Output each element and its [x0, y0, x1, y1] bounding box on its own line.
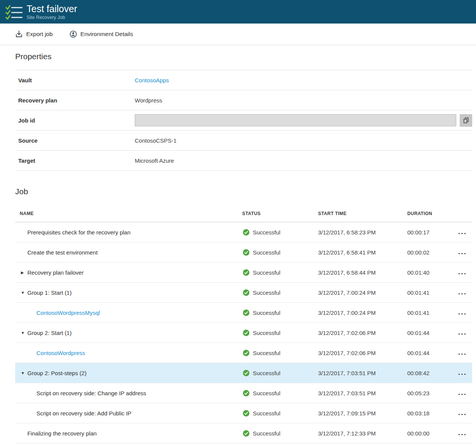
row-menu-button[interactable]: ...: [458, 390, 467, 395]
duration: 00:00:00: [407, 430, 452, 437]
start-time: 3/12/2017, 7:00:24 PM: [318, 289, 407, 296]
status-label: Successful: [253, 350, 281, 356]
row-menu-button[interactable]: ...: [458, 290, 467, 294]
copy-button[interactable]: [460, 114, 472, 127]
row-menu-button[interactable]: ...: [458, 350, 467, 355]
job-row-name-cell: ▶ Recovery plan failover: [15, 269, 242, 276]
success-status-icon: [243, 249, 249, 256]
environment-details-icon: [69, 30, 77, 38]
property-row: Source ContosoCSPS-1: [15, 130, 472, 150]
property-text: Microsoft Azure: [135, 157, 174, 164]
property-row: Target Microsoft Azure: [15, 150, 472, 170]
job-row-actions-cell: ...: [452, 269, 472, 276]
job-row-actions-cell: ...: [452, 329, 472, 336]
expander-icon[interactable]: ▼: [21, 371, 27, 375]
expander-icon[interactable]: ▶: [21, 270, 27, 275]
expander-icon[interactable]: ▼: [21, 291, 27, 295]
property-text: ContosoCSPS-1: [135, 137, 177, 144]
start-time: 3/12/2017, 7:02:06 PM: [318, 350, 407, 356]
row-menu-button[interactable]: ...: [458, 431, 467, 435]
job-step-name: Script on recovery side: Add Public IP: [36, 410, 131, 417]
duration: 00:00:02: [407, 249, 452, 256]
job-row[interactable]: Create the test environment Successful 3…: [15, 242, 472, 263]
environment-details-button[interactable]: Environment Details: [69, 30, 133, 38]
start-time: 3/12/2017, 7:03:51 PM: [318, 390, 407, 396]
job-row[interactable]: ▶ Recovery plan failover Successful 3/12…: [15, 263, 472, 283]
blade-content: Properties Vault ContosoApps Recovery pl…: [0, 52, 476, 443]
success-status-icon: [243, 370, 249, 376]
job-row-status-cell: Successful: [242, 330, 318, 336]
duration: 00:03:18: [407, 410, 452, 417]
duration: 00:00:17: [407, 229, 452, 236]
job-step-name: Create the test environment: [27, 249, 98, 256]
job-row-status-cell: Successful: [242, 269, 318, 276]
job-row[interactable]: Script on recovery side: Add Public IP S…: [15, 403, 472, 423]
property-text: Wordpress: [135, 97, 162, 104]
start-time: 3/12/2017, 6:58:23 PM: [318, 229, 407, 236]
row-menu-button[interactable]: ...: [458, 330, 467, 335]
job-row-name-cell: Finalizing the recovery plan: [15, 430, 242, 437]
job-step-name[interactable]: ContosoWordpressMysql: [36, 310, 100, 316]
job-row[interactable]: ▼ Group 2: Post-steps (2) Successful 3/1…: [15, 363, 472, 383]
job-row-actions-cell: ...: [452, 309, 472, 316]
job-row-status-cell: Successful: [242, 289, 318, 296]
job-row-name-cell: ContosoWordpress: [15, 350, 242, 356]
job-row-status-cell: Successful: [242, 430, 318, 437]
job-row[interactable]: ▼ Group 1: Start (1) Successful 3/12/201…: [15, 283, 472, 303]
job-row[interactable]: Script on recovery side: Change IP addre…: [15, 383, 472, 403]
job-row-name-cell: ▼ Group 2: Post-steps (2): [15, 370, 242, 376]
success-status-icon: [243, 410, 249, 417]
job-row[interactable]: ContosoWordpress Successful 3/12/2017, 7…: [15, 343, 472, 363]
start-time: 3/12/2017, 7:09:15 PM: [318, 410, 407, 417]
row-menu-button[interactable]: ...: [458, 270, 467, 274]
property-row: Vault ContosoApps: [15, 70, 472, 90]
page-title: Test failover: [27, 4, 77, 14]
job-row-name-cell: ▼ Group 2: Start (1): [15, 330, 242, 336]
job-row-status-cell: Successful: [242, 410, 318, 417]
property-label: Source: [15, 137, 135, 144]
property-label: Target: [15, 157, 135, 164]
job-row-status-cell: Successful: [242, 310, 318, 316]
property-value: [135, 114, 472, 127]
copy-icon: [463, 117, 470, 124]
job-row-name-cell: Create the test environment: [15, 249, 242, 256]
job-row-actions-cell: ...: [452, 390, 472, 396]
start-time: 3/12/2017, 6:58:41 PM: [318, 249, 407, 256]
row-menu-button[interactable]: ...: [458, 410, 467, 415]
job-step-name[interactable]: ContosoWordpress: [36, 350, 85, 356]
environment-details-label: Environment Details: [80, 31, 133, 38]
job-row[interactable]: Prerequisites check for the recovery pla…: [15, 222, 472, 242]
row-menu-button[interactable]: ...: [458, 310, 467, 314]
row-menu-button[interactable]: ...: [458, 370, 467, 375]
success-status-icon: [243, 310, 249, 316]
duration: 00:01:44: [407, 350, 452, 356]
job-row-name-cell: Script on recovery side: Add Public IP: [15, 410, 242, 417]
job-row[interactable]: Finalizing the recovery plan Successful …: [15, 423, 472, 443]
start-time: 3/12/2017, 6:58:44 PM: [318, 269, 407, 276]
export-icon: [15, 30, 23, 38]
job-row[interactable]: ▼ Group 2: Start (1) Successful 3/12/201…: [15, 323, 472, 343]
row-menu-button[interactable]: ...: [458, 230, 467, 234]
property-label: Recovery plan: [15, 97, 135, 104]
expander-icon[interactable]: ▼: [21, 331, 27, 335]
start-time: 3/12/2017, 7:03:51 PM: [318, 370, 407, 376]
job-table: NAME STATUS START TIME DURATION Prerequi…: [15, 205, 472, 443]
property-row: Recovery plan Wordpress: [15, 90, 472, 110]
row-menu-button[interactable]: ...: [458, 250, 467, 254]
job-id-input[interactable]: [135, 114, 456, 126]
property-link[interactable]: ContosoApps: [135, 77, 169, 83]
duration: 00:08:42: [407, 370, 452, 376]
duration: 00:01:40: [407, 269, 452, 276]
success-status-icon: [243, 289, 249, 296]
export-job-button[interactable]: Export job: [15, 30, 53, 38]
status-label: Successful: [253, 289, 281, 296]
success-status-icon: [243, 350, 249, 356]
job-step-name: Recovery plan failover: [27, 269, 84, 276]
job-table-header: NAME STATUS START TIME DURATION: [15, 205, 472, 222]
success-status-icon: [243, 330, 249, 336]
status-label: Successful: [253, 430, 281, 437]
duration: 00:01:41: [407, 310, 452, 316]
job-row[interactable]: ContosoWordpressMysql Successful 3/12/20…: [15, 303, 472, 323]
property-value: ContosoCSPS-1: [135, 137, 472, 144]
property-row: Job id: [15, 110, 472, 130]
